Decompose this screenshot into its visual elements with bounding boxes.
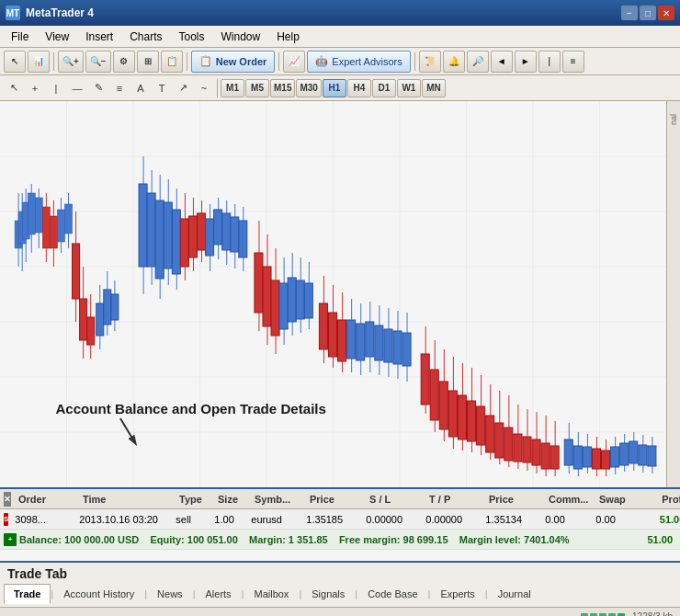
parallel-btn[interactable]: ≡ <box>109 78 130 98</box>
menu-view[interactable]: View <box>38 29 76 45</box>
trade-tab-label: Trade Tab <box>7 566 67 581</box>
svg-rect-47 <box>139 184 147 267</box>
balance-row: + Balance: 100 000.00 USD Equity: 100 05… <box>0 530 680 550</box>
tf-m30[interactable]: M30 <box>296 79 321 97</box>
tab-codebase[interactable]: Code Base <box>357 584 427 604</box>
status-dot3 <box>599 613 606 617</box>
crosshair-btn[interactable]: + <box>25 78 45 98</box>
svg-rect-59 <box>188 216 197 257</box>
tabs-label-area: Trade Tab <box>0 563 680 581</box>
tabs-area: Trade Tab Trade | Account History | News… <box>0 561 680 607</box>
grid-btn[interactable]: ⊞ <box>137 51 159 73</box>
svg-rect-69 <box>231 217 239 252</box>
zoom-out-btn[interactable]: 🔍− <box>85 51 111 73</box>
hline-btn[interactable]: — <box>67 78 87 98</box>
history-btn[interactable]: 📜 <box>419 51 441 73</box>
line-btn[interactable]: | <box>46 78 66 98</box>
balance-profit: 51.00 <box>626 534 676 545</box>
svg-rect-151 <box>629 441 638 463</box>
svg-rect-91 <box>338 320 346 361</box>
svg-rect-39 <box>87 317 95 345</box>
menu-insert[interactable]: Insert <box>78 29 120 45</box>
tab-news[interactable]: News <box>147 584 193 604</box>
more-btn[interactable]: ≡ <box>562 51 584 73</box>
svg-rect-55 <box>172 210 180 274</box>
tf-h1[interactable]: H1 <box>323 79 346 97</box>
col-price-header: Price <box>306 494 366 505</box>
fib-btn[interactable]: ~ <box>194 78 214 98</box>
indicator-btn[interactable]: 📈 <box>283 51 305 73</box>
svg-rect-95 <box>357 324 365 360</box>
svg-rect-85 <box>304 283 312 318</box>
tab-mailbox[interactable]: Mailbox <box>244 584 299 604</box>
alert-btn[interactable]: 🔔 <box>443 51 465 73</box>
draw-btn[interactable]: ✎ <box>88 78 108 98</box>
template-btn[interactable]: 📋 <box>161 51 183 73</box>
tf-m15[interactable]: M15 <box>270 79 295 97</box>
tf-d1[interactable]: D1 <box>372 79 396 97</box>
expert-advisors-button[interactable]: 🤖 Expert Advisors <box>307 51 410 73</box>
svg-rect-81 <box>288 278 296 322</box>
zoom-chart-btn[interactable]: 🔎 <box>467 51 489 73</box>
new-chart-btn[interactable]: 📊 <box>28 51 50 73</box>
tb2-sep1 <box>217 79 218 97</box>
new-order-label: New Order <box>216 56 267 67</box>
tab-signals[interactable]: Signals <box>301 584 355 604</box>
status-indicator <box>581 613 625 617</box>
period-sep-btn[interactable]: | <box>538 51 561 73</box>
nav-right-btn[interactable]: ► <box>515 51 537 73</box>
chart-area[interactable]: Account Balance and Open Trade Details <box>0 101 666 487</box>
minimize-button[interactable]: − <box>621 6 638 20</box>
svg-rect-33 <box>64 204 72 234</box>
arrow-tool-btn[interactable]: ↖ <box>4 51 26 73</box>
col-price2-header: Price <box>485 494 545 505</box>
svg-rect-143 <box>592 449 600 469</box>
tabs-row: Trade | Account History | News | Alerts … <box>0 581 680 607</box>
tab-alerts[interactable]: Alerts <box>195 584 241 604</box>
svg-rect-153 <box>639 445 647 465</box>
title-bar-controls: − □ ✕ <box>621 6 674 20</box>
menu-window[interactable]: Window <box>214 29 268 45</box>
properties-btn[interactable]: ⚙ <box>113 51 135 73</box>
svg-rect-31 <box>57 210 64 242</box>
tf-w1[interactable]: W1 <box>397 79 421 97</box>
col-swap-header: Swap <box>595 494 641 505</box>
svg-rect-131 <box>532 439 540 465</box>
arrow-btn[interactable]: ↗ <box>173 78 193 98</box>
sl-value: 0.00000 <box>362 514 422 525</box>
menu-file[interactable]: File <box>4 29 36 45</box>
col-symb-header: Symb... <box>251 494 306 505</box>
panel-close-btn[interactable]: ✕ <box>4 492 11 507</box>
tab-trade[interactable]: Trade <box>4 584 51 604</box>
svg-rect-119 <box>477 406 485 445</box>
tf-m1[interactable]: M1 <box>221 79 244 97</box>
close-button[interactable]: ✕ <box>658 6 674 20</box>
menu-help[interactable]: Help <box>269 29 307 45</box>
nav-left-btn[interactable]: ◄ <box>491 51 513 73</box>
main-area: Account Balance and Open Trade Details n… <box>0 101 680 487</box>
new-order-button[interactable]: 📋 New Order <box>191 51 276 73</box>
app-icon: MT <box>6 6 20 20</box>
tf-h4[interactable]: H4 <box>347 79 371 97</box>
svg-text:Account Balance and Open Trade: Account Balance and Open Trade Details <box>55 401 326 416</box>
cursor-btn[interactable]: ↖ <box>4 78 24 98</box>
status-dot1 <box>581 613 588 617</box>
svg-rect-135 <box>550 446 559 469</box>
col-time-header: Time <box>79 494 176 505</box>
tf-mn[interactable]: MN <box>422 79 446 97</box>
tab-account-history[interactable]: Account History <box>53 584 144 604</box>
new-order-icon: 📋 <box>199 55 212 67</box>
menu-charts[interactable]: Charts <box>122 29 169 45</box>
tf-m5[interactable]: M5 <box>245 79 269 97</box>
tab-journal[interactable]: Journal <box>488 584 541 604</box>
zoom-in-btn[interactable]: 🔍+ <box>58 51 84 73</box>
label-btn[interactable]: T <box>152 78 172 98</box>
maximize-button[interactable]: □ <box>640 6 656 20</box>
text-btn[interactable]: A <box>130 78 151 98</box>
tab-experts[interactable]: Experts <box>430 584 484 604</box>
status-bar: 1228/3 kb <box>0 607 680 616</box>
symbol-value: eurusd <box>247 514 302 525</box>
app-title: MetaTrader 4 <box>26 6 94 19</box>
menu-tools[interactable]: Tools <box>172 29 212 45</box>
svg-rect-53 <box>164 202 172 268</box>
